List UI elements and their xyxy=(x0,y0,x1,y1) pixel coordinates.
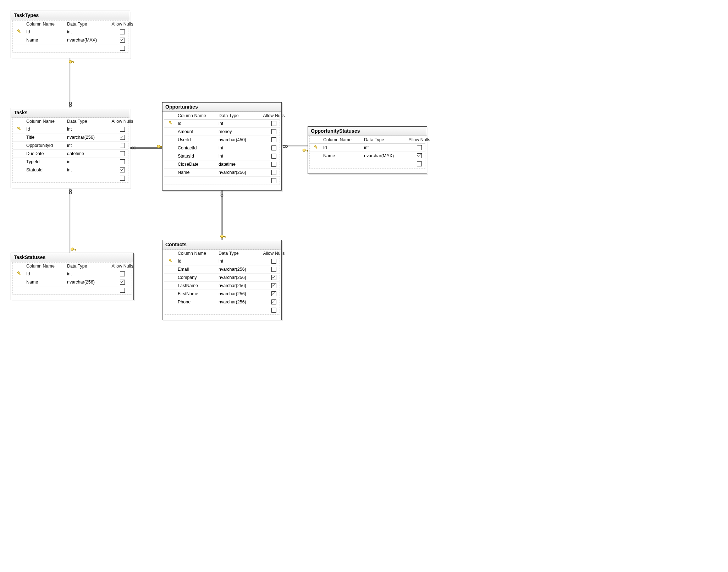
allow-nulls-checkbox[interactable] xyxy=(259,129,289,134)
column-type: int xyxy=(65,167,107,172)
allow-nulls-checkbox[interactable] xyxy=(107,288,137,293)
column-row[interactable]: CloseDatedatetime xyxy=(164,160,280,169)
allow-nulls-checkbox[interactable] xyxy=(259,259,289,264)
svg-point-14 xyxy=(69,189,71,192)
entity-title: OpportunityStatuses xyxy=(308,127,427,136)
column-row[interactable]: Namenvarchar(MAX) xyxy=(310,152,425,160)
entity-opportunities[interactable]: OpportunitiesColumn NameData TypeAllow N… xyxy=(162,102,282,191)
empty-row[interactable] xyxy=(164,177,280,185)
column-type: nvarchar(MAX) xyxy=(362,153,404,158)
column-row[interactable]: Titlenvarchar(256) xyxy=(13,133,128,142)
entity-title: Opportunities xyxy=(162,103,281,112)
column-type: int xyxy=(65,143,107,148)
allow-nulls-checkbox[interactable] xyxy=(404,145,434,150)
column-name: Id xyxy=(176,121,216,126)
header-allow-nulls: Allow Nulls xyxy=(107,118,137,125)
header-column-name: Column Name xyxy=(24,21,65,28)
allow-nulls-checkbox[interactable] xyxy=(107,143,137,148)
column-row[interactable]: Idint xyxy=(13,125,128,133)
column-type: datetime xyxy=(216,162,259,167)
column-name: Amount xyxy=(176,129,216,134)
column-row[interactable]: Idint xyxy=(310,144,425,152)
column-name: StatusId xyxy=(176,154,216,159)
allow-nulls-checkbox[interactable] xyxy=(404,161,434,166)
column-row[interactable]: Idint xyxy=(13,270,132,278)
column-row[interactable]: StatusIdint xyxy=(13,166,128,174)
column-row[interactable]: Amountmoney xyxy=(164,128,280,136)
entity-contacts[interactable]: ContactsColumn NameData TypeAllow NullsI… xyxy=(162,240,282,320)
header-data-type: Data Type xyxy=(216,250,259,257)
header-allow-nulls: Allow Nulls xyxy=(107,21,137,28)
header-allow-nulls: Allow Nulls xyxy=(107,263,137,270)
allow-nulls-checkbox[interactable] xyxy=(259,145,289,150)
entity-taskstatuses[interactable]: TaskStatusesColumn NameData TypeAllow Nu… xyxy=(11,253,134,300)
column-row[interactable]: StatusIdint xyxy=(164,152,280,160)
empty-row[interactable] xyxy=(13,174,128,182)
entity-tasks[interactable]: TasksColumn NameData TypeAllow NullsIdin… xyxy=(11,108,130,188)
allow-nulls-checkbox[interactable] xyxy=(259,267,289,272)
column-type: int xyxy=(216,259,259,264)
allow-nulls-checkbox[interactable] xyxy=(404,153,434,158)
column-row[interactable]: Phonenvarchar(256) xyxy=(164,298,280,306)
allow-nulls-checkbox[interactable] xyxy=(259,121,289,126)
empty-row[interactable] xyxy=(13,44,128,53)
column-row[interactable]: ContactIdint xyxy=(164,144,280,152)
column-row[interactable]: Namenvarchar(256) xyxy=(164,169,280,177)
allow-nulls-checkbox[interactable] xyxy=(259,178,289,183)
column-type: nvarchar(256) xyxy=(216,291,259,296)
allow-nulls-checkbox[interactable] xyxy=(259,170,289,175)
allow-nulls-checkbox[interactable] xyxy=(259,162,289,167)
column-name: CloseDate xyxy=(176,162,216,167)
columns-header: Column NameData TypeAllow Nulls xyxy=(310,136,425,144)
allow-nulls-checkbox[interactable] xyxy=(107,38,137,43)
allow-nulls-checkbox[interactable] xyxy=(259,275,289,280)
svg-rect-44 xyxy=(19,32,20,32)
allow-nulls-checkbox[interactable] xyxy=(259,283,289,288)
column-row[interactable]: TypeIdint xyxy=(13,158,128,166)
allow-nulls-checkbox[interactable] xyxy=(259,308,289,313)
column-row[interactable]: Namenvarchar(MAX) xyxy=(13,36,128,44)
allow-nulls-checkbox[interactable] xyxy=(107,127,137,132)
entity-tasktypes[interactable]: TaskTypesColumn NameData TypeAllow Nulls… xyxy=(11,11,130,58)
allow-nulls-checkbox[interactable] xyxy=(107,151,137,156)
columns-header: Column NameData TypeAllow Nulls xyxy=(164,250,280,257)
column-row[interactable]: Idint xyxy=(164,257,280,265)
allow-nulls-checkbox[interactable] xyxy=(107,46,137,51)
column-row[interactable]: Namenvarchar(256) xyxy=(13,278,132,286)
column-row[interactable]: LastNamenvarchar(256) xyxy=(164,282,280,290)
column-row[interactable]: Idint xyxy=(164,120,280,128)
entity-title: TaskStatuses xyxy=(11,253,133,262)
column-row[interactable]: OpportunityIdint xyxy=(13,142,128,150)
allow-nulls-checkbox[interactable] xyxy=(259,154,289,159)
allow-nulls-checkbox[interactable] xyxy=(107,29,137,34)
svg-rect-60 xyxy=(19,274,20,274)
header-data-type: Data Type xyxy=(65,118,107,125)
allow-nulls-checkbox[interactable] xyxy=(107,176,137,181)
empty-row[interactable] xyxy=(164,306,280,314)
allow-nulls-checkbox[interactable] xyxy=(107,167,137,172)
column-name: Email xyxy=(176,267,216,272)
allow-nulls-checkbox[interactable] xyxy=(107,271,137,276)
allow-nulls-checkbox[interactable] xyxy=(259,137,289,142)
column-row[interactable]: DueDatedatetime xyxy=(13,150,128,158)
svg-rect-52 xyxy=(170,123,171,124)
allow-nulls-checkbox[interactable] xyxy=(107,280,137,285)
entity-title: Contacts xyxy=(162,240,281,249)
column-row[interactable]: Companynvarchar(256) xyxy=(164,274,280,282)
allow-nulls-checkbox[interactable] xyxy=(259,291,289,296)
column-type: int xyxy=(65,159,107,164)
column-row[interactable]: FirstNamenvarchar(256) xyxy=(164,290,280,298)
allow-nulls-checkbox[interactable] xyxy=(107,135,137,140)
allow-nulls-checkbox[interactable] xyxy=(259,299,289,304)
allow-nulls-checkbox[interactable] xyxy=(107,159,137,164)
column-row[interactable]: UserIdnvarchar(450) xyxy=(164,136,280,144)
column-row[interactable]: Idint xyxy=(13,28,128,36)
entity-opportunitystatuses[interactable]: OpportunityStatusesColumn NameData TypeA… xyxy=(308,126,427,174)
header-column-name: Column Name xyxy=(176,112,216,119)
column-name: Id xyxy=(321,145,362,150)
empty-row[interactable] xyxy=(310,160,425,168)
column-row[interactable]: Emailnvarchar(256) xyxy=(164,265,280,274)
column-name: FirstName xyxy=(176,291,216,296)
erd-canvas: TaskTypesColumn NameData TypeAllow Nulls… xyxy=(0,0,436,344)
empty-row[interactable] xyxy=(13,286,132,295)
